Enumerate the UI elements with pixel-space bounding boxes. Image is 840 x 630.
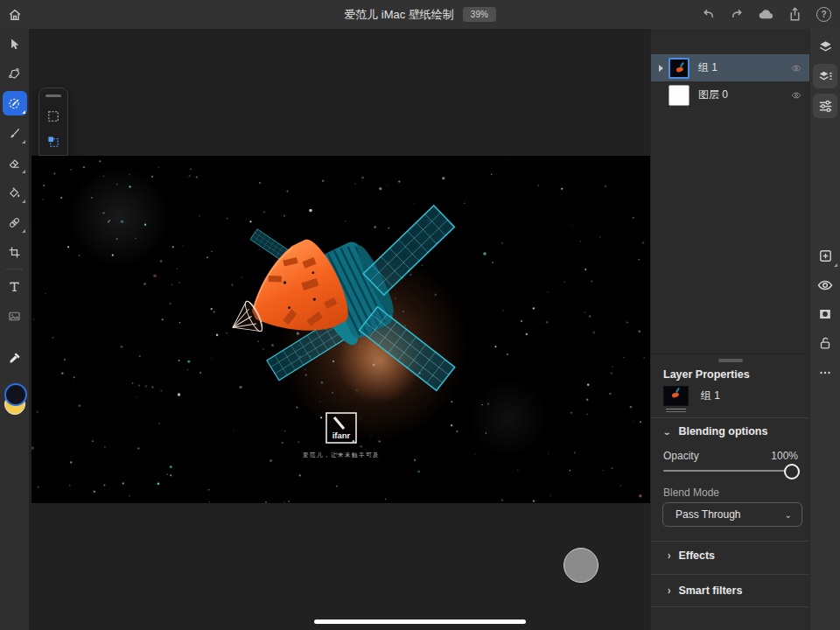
tool-bar [0,29,29,630]
color-swatches[interactable] [0,383,29,418]
share-icon [787,6,803,23]
tool-healing-brush[interactable] [0,207,29,237]
layer-visibility-toggle[interactable] [790,62,802,74]
blending-options-label: Blending options [678,425,767,438]
section-divider [651,417,810,418]
layer-thumbnail[interactable] [668,58,690,79]
redo-button[interactable] [723,0,752,29]
layer-mask-button[interactable] [810,299,840,329]
opacity-slider[interactable] [663,470,798,472]
tool-eyedropper[interactable] [0,343,29,373]
toolbar-divider [6,269,23,270]
tool-fill[interactable] [0,178,29,207]
opacity-label: Opacity [663,450,699,462]
document-canvas[interactable]: ifanr 爱范儿，让未来触手可及 [32,156,650,503]
add-layer-button[interactable] [810,241,840,270]
chevron-down-icon: ⌄ [785,510,792,520]
smart-filters-label: Smart filters [678,584,742,597]
layer-properties-thumbnail [663,386,689,406]
panel-divider [651,354,810,354]
undo-icon [700,6,717,23]
layer-properties-ident: 组 1 [663,386,720,406]
redo-icon [729,6,746,23]
eye-icon [790,89,802,102]
foreground-color-swatch[interactable] [4,383,27,406]
place-image-tool-icon [7,309,22,324]
layer-thumbnail[interactable] [668,85,690,106]
touch-shortcut-button[interactable] [564,548,598,583]
ifanr-logo-text: ifanr [332,430,351,440]
disclosure-triangle-icon[interactable] [659,65,663,72]
help-button[interactable]: ? [809,0,838,29]
subtool-indicator [22,110,25,114]
opacity-slider-knob[interactable] [784,464,800,480]
popup-drag-handle[interactable] [46,94,61,97]
cloud-sync-icon [757,5,775,24]
zoom-level-badge[interactable]: 39% [463,7,496,22]
opacity-value: 100% [771,450,798,462]
eraser-tool-icon [7,156,22,171]
tool-selection-brush[interactable] [0,88,29,118]
home-icon [7,7,23,23]
tool-crop[interactable] [0,237,29,267]
layer-properties-icon [817,68,834,85]
subtool-indicator [22,140,25,144]
add-selection-icon [46,135,60,149]
crop-tool-icon [7,245,22,260]
healing-brush-tool-icon [7,215,22,230]
more-options-button[interactable] [810,358,840,388]
tool-move[interactable] [0,29,29,59]
layer-row-group1[interactable]: 组 1 [651,54,810,81]
fill-tool-icon [7,186,22,200]
type-tool-icon [7,279,22,294]
blend-mode-label: Blend Mode [663,486,719,499]
home-indicator[interactable] [314,620,526,624]
layer-row-layer0[interactable]: 图层 0 [651,81,810,108]
eye-icon [816,276,834,294]
layer-visibility-toggle[interactable] [790,89,802,102]
blending-options-section[interactable]: ⌄ Blending options [663,425,767,438]
adjustments-panel-button[interactable] [810,91,840,121]
effects-label: Effects [678,550,715,562]
faint-glow [68,166,170,268]
canvas-artwork: ifanr 爱范儿，让未来触手可及 [32,156,650,503]
chevron-right-icon: ⌄ [662,551,672,561]
layers-panel-button[interactable] [810,32,840,61]
move-tool-icon [7,37,22,52]
selection-brush-tool-icon [7,96,22,111]
section-divider [651,541,810,542]
subtool-indicator [22,200,25,203]
section-divider [651,606,810,607]
tool-eraser[interactable] [0,148,29,178]
subtool-indicator [834,263,837,267]
add-layer-icon [817,248,834,264]
add-selection-button[interactable] [39,129,67,155]
top-bar-actions: ? [694,0,838,29]
home-button[interactable] [0,0,30,29]
chevron-right-icon: ⌄ [662,586,672,596]
undo-button[interactable] [694,0,723,29]
panel-resize-handle[interactable] [718,359,743,362]
thumbnail-art [671,392,679,398]
tool-lasso-select[interactable] [0,59,29,88]
right-icon-strip [809,29,840,630]
layer-properties-title: Layer Properties [663,368,750,381]
new-selection-button[interactable] [39,103,67,130]
layer-name: 图层 0 [698,88,728,102]
blend-mode-dropdown[interactable]: Pass Through ⌄ [662,502,802,527]
brush-tool-icon [7,126,22,141]
visibility-button[interactable] [810,270,840,300]
subtool-indicator [22,170,25,173]
tool-brush[interactable] [0,118,29,148]
layer-properties-panel-button[interactable] [810,61,840,91]
tool-place-image[interactable] [0,301,29,331]
layers-icon [817,38,834,55]
lock-button[interactable] [810,328,840,358]
effects-section[interactable]: ⌄ Effects [663,550,715,562]
chevron-down-icon: ⌄ [662,427,672,437]
layer-mask-icon [817,306,833,322]
share-button[interactable] [780,0,809,29]
smart-filters-section[interactable]: ⌄ Smart filters [663,584,742,597]
cloud-sync-button[interactable] [752,0,780,29]
tool-type[interactable] [0,271,29,301]
